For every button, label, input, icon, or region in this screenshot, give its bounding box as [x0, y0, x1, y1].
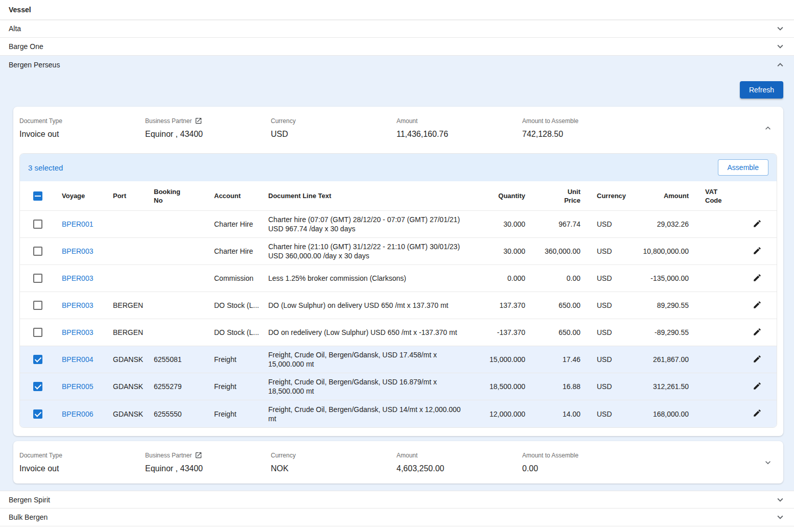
voyage-link[interactable]: BPER003 — [62, 301, 93, 309]
amount-value: 4,603,250.00 — [396, 464, 522, 473]
table-row[interactable]: BPER004 GDANSK 6255081 Freight Freight, … — [20, 346, 777, 373]
row-checkbox[interactable] — [33, 328, 42, 337]
voyage-cell: BPER003 — [58, 271, 109, 285]
col-currency: Currency — [585, 189, 634, 203]
document-lines-table: 3 selected Assemble Voyage Port Booking … — [19, 153, 777, 428]
document-line-text-cell: Charter hire (21:10 (GMT) 31/12/22 - 21:… — [264, 239, 473, 263]
table-row[interactable]: BPER006 GDANSK 6255550 Freight Freight, … — [20, 400, 777, 427]
amount-cell: 29,032.26 — [634, 217, 693, 231]
edit-row-button[interactable] — [753, 246, 762, 255]
document-type-field: Document Type Invoice out — [19, 117, 145, 139]
accordion-bergen-perseus[interactable]: Bergen Perseus — [0, 56, 794, 74]
accordion-label: Alta — [9, 25, 21, 33]
voyage-link[interactable]: BPER004 — [62, 355, 93, 364]
edit-row-button[interactable] — [753, 300, 762, 309]
chevron-down-icon — [775, 494, 786, 505]
voyage-cell: BPER001 — [58, 217, 109, 231]
table-row[interactable]: BPER003 Charter Hire Charter hire (21:10… — [20, 238, 777, 265]
business-partner-label: Business Partner — [145, 452, 192, 459]
table-row[interactable]: BPER003 BERGEN DO Stock (L... DO on rede… — [20, 319, 777, 346]
accordion-barge-one[interactable]: Barge One — [0, 38, 794, 56]
account-cell: Freight — [210, 407, 264, 421]
row-checkbox-cell — [20, 325, 58, 340]
amount-cell: -89,290.55 — [634, 325, 693, 340]
edit-row-button[interactable] — [753, 381, 762, 391]
voyage-link[interactable]: BPER006 — [62, 410, 93, 418]
document-summary-header[interactable]: Document Type Invoice out Business Partn… — [19, 113, 777, 145]
voyage-link[interactable]: BPER003 — [62, 247, 93, 255]
accordion-alta[interactable]: Alta — [0, 20, 794, 38]
booking-no-cell — [150, 221, 210, 227]
edit-cell — [738, 324, 777, 341]
refresh-button[interactable]: Refresh — [740, 81, 783, 99]
row-checkbox[interactable] — [33, 274, 42, 283]
business-partner-label: Business Partner — [145, 117, 192, 125]
table-row[interactable]: BPER003 BERGEN DO Stock (L... DO (Low Su… — [20, 292, 777, 319]
document-line-text-cell: Freight, Crude Oil, Bergen/Gdansk, USD 1… — [264, 347, 473, 372]
row-checkbox[interactable] — [33, 301, 42, 310]
voyage-cell: BPER003 — [58, 325, 109, 340]
col-quantity: Quantity — [473, 189, 529, 203]
col-account: Account — [210, 189, 264, 203]
chevron-up-icon — [775, 59, 786, 70]
col-edit — [738, 193, 777, 199]
voyage-link[interactable]: BPER003 — [62, 328, 93, 336]
quantity-cell: 137.370 — [473, 298, 529, 312]
open-business-partner-button[interactable] — [195, 451, 202, 459]
amount-to-assemble-value: 742,128.50 — [522, 130, 648, 139]
accordion-bergen-spirit[interactable]: Bergen Spirit — [0, 491, 794, 509]
account-cell: DO Stock (L... — [210, 298, 264, 312]
edit-row-button[interactable] — [753, 327, 762, 336]
table-row[interactable]: BPER005 GDANSK 6255279 Freight Freight, … — [20, 373, 777, 400]
row-checkbox[interactable] — [33, 220, 42, 229]
refresh-row: Refresh — [0, 74, 794, 99]
edit-cell — [738, 378, 777, 395]
row-checkbox[interactable] — [33, 355, 42, 364]
select-all-checkbox[interactable] — [33, 191, 42, 201]
edit-row-button[interactable] — [753, 354, 762, 364]
port-cell — [109, 248, 150, 254]
currency-label: Currency — [271, 451, 396, 459]
collapse-document-card-button[interactable] — [761, 121, 775, 135]
voyage-link[interactable]: BPER001 — [62, 220, 93, 228]
accordion-bulk-bergen[interactable]: Bulk Bergen — [0, 509, 794, 526]
col-unit-price: Unit Price — [529, 184, 585, 208]
table-row[interactable]: BPER001 Charter Hire Charter hire (07:07… — [20, 211, 777, 238]
amount-to-assemble-label: Amount to Assemble — [522, 117, 648, 125]
table-row[interactable]: BPER003 Commission Less 1.25% broker com… — [20, 265, 777, 292]
account-cell: Freight — [210, 379, 264, 394]
open-in-new-icon — [195, 451, 202, 459]
booking-no-cell: 6255550 — [150, 407, 210, 421]
edit-row-button[interactable] — [753, 408, 762, 418]
document-summary-header[interactable]: Document Type Invoice out Business Partn… — [19, 447, 777, 479]
chevron-down-icon — [775, 41, 786, 52]
currency-cell: USD — [585, 217, 634, 231]
row-checkbox[interactable] — [33, 247, 42, 256]
row-checkbox-cell — [20, 379, 58, 394]
accordion-label: Bergen Perseus — [9, 61, 60, 69]
currency-cell: USD — [585, 271, 634, 285]
document-line-text-cell: Freight, Crude Oil, Bergen/Gdansk, USD 1… — [264, 374, 473, 399]
accordion-label: Bergen Spirit — [9, 496, 50, 504]
open-business-partner-button[interactable] — [195, 117, 202, 125]
currency-field: Currency NOK — [271, 451, 396, 473]
voyage-link[interactable]: BPER003 — [62, 274, 93, 282]
currency-cell: USD — [585, 407, 634, 421]
amount-cell: 10,800,000.00 — [634, 244, 693, 258]
port-cell: GDANSK — [109, 407, 150, 421]
row-checkbox[interactable] — [33, 382, 42, 391]
assemble-button[interactable]: Assemble — [718, 159, 768, 176]
currency-cell: USD — [585, 244, 634, 258]
edit-cell — [738, 297, 777, 314]
quantity-cell: 30.000 — [473, 244, 529, 258]
business-partner-value: Equinor , 43400 — [145, 130, 271, 139]
row-checkbox[interactable] — [33, 409, 42, 419]
edit-row-button[interactable] — [753, 219, 762, 228]
amount-label: Amount — [396, 451, 522, 459]
currency-value: USD — [271, 130, 396, 139]
expand-document-card-button[interactable] — [761, 455, 775, 470]
quantity-cell: -137.370 — [473, 325, 529, 340]
voyage-link[interactable]: BPER005 — [62, 382, 93, 391]
unit-price-cell: 17.46 — [529, 352, 585, 367]
edit-row-button[interactable] — [753, 273, 762, 282]
